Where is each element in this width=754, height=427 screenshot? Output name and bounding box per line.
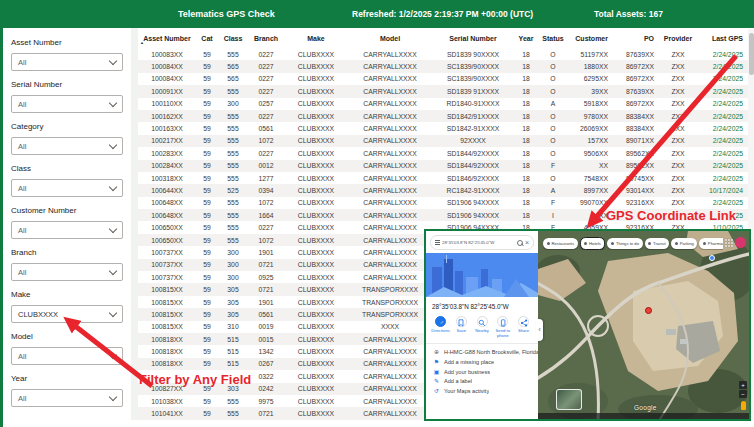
cell-asset-number: 100083XX: [138, 51, 196, 58]
cell-provider: ZXX: [658, 125, 698, 132]
filter-dropdown-branch[interactable]: All: [11, 263, 123, 281]
filter-dropdown-customer-number[interactable]: All: [11, 221, 123, 239]
cell-make: CLUBXXXX: [284, 261, 348, 268]
cell-class: 555: [218, 137, 248, 144]
chip-hotels[interactable]: Hotels: [580, 237, 606, 250]
collapse-panel-button[interactable]: ‹: [536, 319, 543, 341]
sidebar-scrollbar-track[interactable]: [131, 28, 138, 420]
close-icon[interactable]: ×: [525, 239, 529, 246]
cell-serial-number: SD1906 94XXXX: [432, 199, 514, 206]
gps-date-link[interactable]: 2/24/2025: [713, 100, 743, 107]
cell-cat: 59: [196, 100, 218, 107]
google-apps-icon[interactable]: [725, 239, 733, 247]
chip-restaurants[interactable]: Restaurants: [543, 238, 578, 249]
cell-asset-number: 101038XX: [138, 398, 196, 405]
column-header-status[interactable]: Status: [538, 35, 568, 42]
filter-dropdown-serial-number[interactable]: All: [11, 95, 123, 113]
account-avatar[interactable]: [735, 237, 746, 248]
cell-cat: 59: [196, 63, 218, 70]
filter-sidebar: Asset NumberAllSerial NumberAllCategoryA…: [3, 28, 131, 420]
cell-last-gps: 2/24/2025: [698, 199, 746, 206]
filter-dropdown-class[interactable]: All: [11, 179, 123, 197]
zoom-out-button[interactable]: −: [739, 390, 747, 398]
menu-icon[interactable]: [435, 239, 440, 246]
gps-date-link[interactable]: 2/24/2025: [713, 137, 743, 144]
gps-date-link[interactable]: 2/24/2025: [713, 199, 743, 206]
action-share[interactable]: Share: [514, 316, 533, 338]
action-nearby[interactable]: Nearby: [473, 316, 492, 338]
action-directions[interactable]: →Directions: [431, 316, 450, 338]
filter-dropdown-year[interactable]: All: [11, 389, 123, 407]
column-header-make[interactable]: Make: [284, 35, 348, 42]
column-header-model[interactable]: Model: [348, 35, 432, 42]
map-pin-icon[interactable]: [645, 307, 652, 314]
table-scrollbar-thumb[interactable]: [749, 33, 754, 75]
column-header-customer[interactable]: Customer: [568, 35, 614, 42]
cell-model: CARRYALLXXXX: [348, 249, 432, 256]
gps-date-link[interactable]: 2/24/2025: [713, 113, 743, 120]
gps-date-link[interactable]: 10/17/2024: [709, 187, 743, 194]
gps-date-link[interactable]: 2/24/2025: [713, 175, 743, 182]
zoom-in-button[interactable]: +: [739, 381, 747, 389]
cell-status: F: [538, 162, 568, 169]
gps-date-link[interactable]: 2/24/2025: [713, 63, 743, 70]
cell-make: CLUBXXXX: [284, 360, 348, 367]
gps-date-link[interactable]: 25: [735, 212, 743, 219]
action-save[interactable]: Save: [452, 316, 471, 338]
filter-dropdown-asset-number[interactable]: All: [11, 53, 123, 71]
cell-class: 305: [218, 286, 248, 293]
filter-dropdown-make[interactable]: CLUBXXXX: [11, 305, 123, 323]
cell-branch: 9975: [248, 398, 284, 405]
gps-date-link[interactable]: 2/24/2025: [713, 51, 743, 58]
gps-date-link[interactable]: 2/24/2025: [713, 88, 743, 95]
filter-label-class: Class: [11, 164, 131, 173]
cell-class: 515: [218, 360, 248, 367]
column-header-branch[interactable]: Branch: [248, 35, 284, 42]
cell-asset-number: 100091XX: [138, 88, 196, 95]
chip-things-to-do[interactable]: Things to do: [607, 238, 642, 249]
pegman-icon[interactable]: [741, 401, 746, 410]
column-header-po[interactable]: PO: [614, 35, 658, 42]
gps-date-link[interactable]: 2/24/2025: [713, 75, 743, 82]
cell-last-gps: 2/24/2025: [698, 113, 746, 120]
cell-year: 18: [514, 113, 538, 120]
table-row: 100162XX595550227CLUBXXXXCARRYALLXXXXSD1…: [138, 110, 748, 122]
cell-make: CLUBXXXX: [284, 323, 348, 330]
map-attribution-bar: [538, 413, 749, 419]
search-icon[interactable]: [517, 240, 523, 246]
place-list-item[interactable]: ⊕H-HMC-G88 North Brooksville, Florida: [426, 347, 538, 357]
chip-transit[interactable]: Transit: [645, 238, 670, 249]
column-header-class[interactable]: Class: [218, 35, 248, 42]
filter-dropdown-model[interactable]: All: [11, 347, 123, 365]
column-header-serial-number[interactable]: Serial Number: [432, 35, 514, 42]
cell-serial-number: RD1840-91XXXX: [432, 100, 514, 107]
column-header-cat[interactable]: Cat: [196, 35, 218, 42]
cell-asset-number: 100162XX: [138, 113, 196, 120]
filter-label-customer-number: Customer Number: [11, 206, 131, 215]
chip-parking[interactable]: Parking: [671, 238, 697, 249]
nearby-icon: [477, 316, 488, 327]
column-header-provider[interactable]: Provider: [658, 35, 698, 42]
chip-pharmacies[interactable]: Pharmacies: [699, 238, 723, 249]
filter-dropdown-category[interactable]: All: [11, 137, 123, 155]
place-list-item[interactable]: ↺Your Maps activity: [426, 386, 538, 396]
column-header-asset-number[interactable]: Asset Number: [138, 35, 196, 42]
place-list-item[interactable]: ✎Add a label: [426, 377, 538, 387]
action-send-to-phone[interactable]: Send to phone: [493, 316, 512, 338]
gps-date-link[interactable]: 2/24/2025: [713, 125, 743, 132]
cell-model: CARRYALLXXXX: [348, 336, 432, 343]
history-icon: ↺: [433, 388, 440, 394]
gps-date-link[interactable]: 2/24/2025: [713, 150, 743, 157]
street-view-thumbnail[interactable]: [556, 389, 582, 410]
place-list-item[interactable]: ⚑Add a missing place: [426, 357, 538, 367]
cell-branch: 0227: [248, 63, 284, 70]
column-header-last-gps[interactable]: Last GPS: [698, 35, 746, 42]
satellite-map[interactable]: RestaurantsHotelsThings to doTransitPark…: [538, 231, 749, 419]
cell-class: 300: [218, 249, 248, 256]
map-actions-row: →DirectionsSaveNearbySend to phoneShare: [431, 316, 533, 338]
place-list-item[interactable]: ▣Add your business: [426, 367, 538, 377]
cell-class: 555: [218, 212, 248, 219]
map-search-input[interactable]: 28°35'03.8"N 82°25'45.0"W ×: [430, 235, 534, 250]
gps-date-link[interactable]: 2/24/2025: [713, 162, 743, 169]
column-header-year[interactable]: Year: [514, 35, 538, 42]
